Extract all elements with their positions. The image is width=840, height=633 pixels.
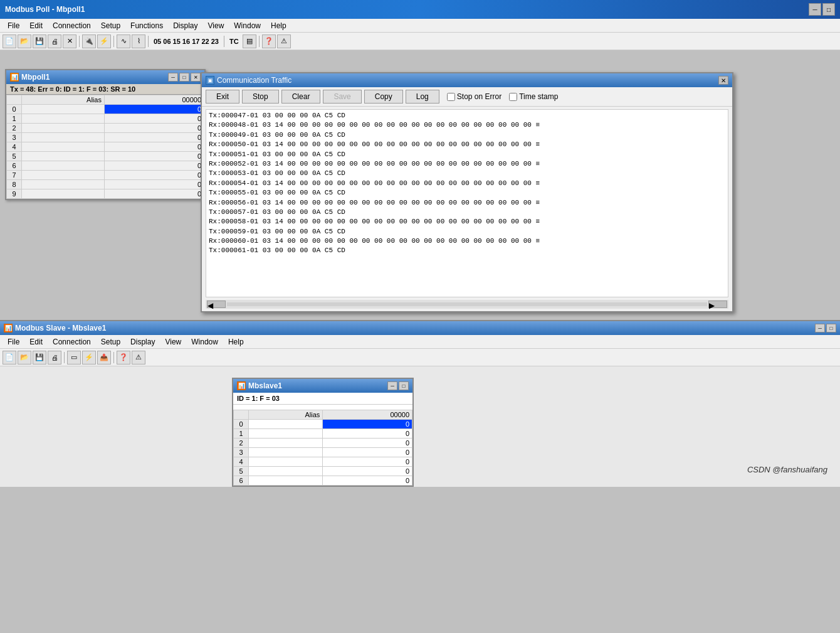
menu-connection[interactable]: Connection: [48, 20, 96, 31]
scroll-right-btn[interactable]: ▶: [708, 301, 727, 308]
row-alias: [249, 420, 323, 429]
menu-help[interactable]: Help: [266, 20, 291, 31]
mbslave-inner-title: Mbslave1: [248, 381, 282, 390]
menu-display[interactable]: Display: [168, 20, 202, 31]
traffic-line: Rx:000052-01 03 14 00 00 00 00 00 00 00 …: [209, 159, 725, 169]
slave-tb-disconnect[interactable]: ⚡: [82, 351, 96, 364]
maximize-button[interactable]: □: [822, 3, 835, 16]
mbpoll-maximize[interactable]: □: [179, 73, 189, 82]
slave-menu-help[interactable]: Help: [223, 336, 249, 348]
slave-tb-single[interactable]: ▭: [67, 351, 81, 364]
tb-disconnect[interactable]: ⚡: [97, 35, 111, 48]
mbslave-toolbar: 📄 📂 💾 🖨 ▭ ⚡ 📤 ❓ ⚠: [0, 349, 840, 366]
tb-print[interactable]: 🖨: [48, 35, 61, 48]
menu-functions[interactable]: Functions: [125, 20, 168, 31]
row-num: 2: [234, 439, 249, 448]
row-alias: [22, 142, 105, 152]
slave-tb-help[interactable]: ❓: [117, 351, 130, 364]
slave-menu-view[interactable]: View: [160, 336, 186, 348]
row-alias: [22, 161, 105, 171]
tb-sep3: [148, 36, 149, 47]
scroll-left-btn[interactable]: ◀: [207, 301, 226, 308]
row-alias: [22, 189, 105, 199]
row-value: 0: [104, 189, 204, 199]
mbpoll-title-bar: 📊 Mbpoll1 ─ □ ✕: [6, 70, 204, 84]
minimize-button[interactable]: ─: [809, 3, 821, 16]
table-row: 1 0: [7, 114, 204, 124]
scroll-track: [227, 302, 707, 306]
mbpoll-icon: 📊: [10, 73, 19, 82]
mbslave-inner-icon: 📊: [237, 381, 246, 390]
menu-file[interactable]: File: [3, 20, 24, 31]
mbslave-outer: 📊 Modbus Slave - Mbslave1 ─ □ File Edit …: [0, 320, 840, 487]
menu-window[interactable]: Window: [229, 20, 266, 31]
mbpoll-minimize[interactable]: ─: [168, 73, 178, 82]
clear-button[interactable]: Clear: [281, 90, 321, 104]
mbslave-restore[interactable]: □: [826, 324, 836, 332]
tb-new[interactable]: 📄: [3, 35, 16, 48]
exit-button[interactable]: Exit: [206, 90, 239, 104]
tb-open[interactable]: 📂: [18, 35, 31, 48]
slave-tb-open[interactable]: 📂: [18, 351, 31, 364]
menu-edit[interactable]: Edit: [24, 20, 48, 31]
row-num: 8: [7, 180, 22, 189]
mbslave-inner: 📊 Mbslave1 ─ □ ID = 1: F = 03 Alias: [232, 378, 414, 487]
tb-sep4: [224, 36, 224, 47]
tb-close[interactable]: ✕: [63, 35, 76, 48]
row-value: 0: [104, 114, 204, 124]
time-stamp-checkbox[interactable]: [509, 93, 517, 101]
tb-wave1[interactable]: ∿: [117, 35, 130, 48]
menu-view[interactable]: View: [203, 20, 229, 31]
tb-wave2[interactable]: ⌇: [132, 35, 145, 48]
log-button[interactable]: Log: [406, 90, 439, 104]
traffic-line: Tx:000059-01 03 00 00 00 0A C5 CD: [209, 227, 725, 237]
time-stamp-label[interactable]: Time stamp: [509, 92, 558, 101]
tb-about[interactable]: ⚠: [277, 35, 291, 48]
mbslave-status: ID = 1: F = 03: [233, 393, 412, 405]
slave-tb-print[interactable]: 🖨: [48, 351, 61, 364]
slave-tb-new[interactable]: 📄: [3, 351, 16, 364]
mbslave-inner-title-bar: 📊 Mbslave1 ─ □: [233, 379, 412, 393]
row-value[interactable]: 0: [323, 420, 412, 429]
slave-tb-save[interactable]: 💾: [33, 351, 46, 364]
tb-help[interactable]: ❓: [262, 35, 276, 48]
traffic-line: Rx:000050-01 03 14 00 00 00 00 00 00 00 …: [209, 140, 725, 149]
stop-button[interactable]: Stop: [242, 90, 279, 104]
row-num: 1: [234, 429, 249, 439]
row-alias: [22, 124, 105, 133]
traffic-line: Rx:000056-01 03 14 00 00 00 00 00 00 00 …: [209, 198, 725, 208]
slave-tb-about[interactable]: ⚠: [132, 351, 145, 364]
menu-setup[interactable]: Setup: [96, 20, 125, 31]
stop-on-error-label[interactable]: Stop on Error: [447, 92, 501, 101]
dialog-close-button[interactable]: ✕: [718, 76, 728, 85]
mbslave-inner-minimize[interactable]: ─: [387, 381, 397, 390]
row-value[interactable]: 0: [104, 105, 204, 114]
row-alias: [22, 180, 105, 189]
mbslave-spacer: [233, 405, 412, 410]
table-row: 5 0: [234, 467, 412, 476]
slave-sep2: [113, 352, 114, 363]
tb-connect[interactable]: 🔌: [82, 35, 96, 48]
slave-menu-file[interactable]: File: [3, 336, 24, 348]
tb-save[interactable]: 💾: [33, 35, 46, 48]
copy-button[interactable]: Copy: [364, 90, 403, 104]
traffic-line: Tx:000051-01 03 00 00 00 0A C5 CD: [209, 150, 725, 159]
table-row: 3 0: [234, 448, 412, 457]
row-value: 0: [104, 161, 204, 171]
stop-on-error-checkbox[interactable]: [447, 93, 455, 101]
slave-menu-display[interactable]: Display: [125, 336, 160, 348]
traffic-area[interactable]: Tx:000047-01 03 00 00 00 0A C5 CDRx:0000…: [206, 109, 728, 297]
slave-menu-setup[interactable]: Setup: [96, 336, 125, 348]
mbslave-minimize[interactable]: ─: [815, 324, 825, 332]
tb-sep2: [113, 36, 114, 47]
mbslave-inner-restore[interactable]: □: [399, 381, 409, 390]
slave-tb-connect2[interactable]: 📤: [97, 351, 111, 364]
slave-menu-window[interactable]: Window: [186, 336, 223, 348]
slave-menu-connection[interactable]: Connection: [48, 336, 96, 348]
save-button[interactable]: Save: [323, 90, 361, 104]
tb-tc-btn[interactable]: ▤: [243, 35, 256, 48]
mbpoll-close[interactable]: ✕: [191, 73, 201, 82]
traffic-line: Rx:000054-01 03 14 00 00 00 00 00 00 00 …: [209, 179, 725, 188]
slave-menu-edit[interactable]: Edit: [24, 336, 48, 348]
horizontal-scrollbar[interactable]: ◀ ▶: [206, 300, 728, 309]
